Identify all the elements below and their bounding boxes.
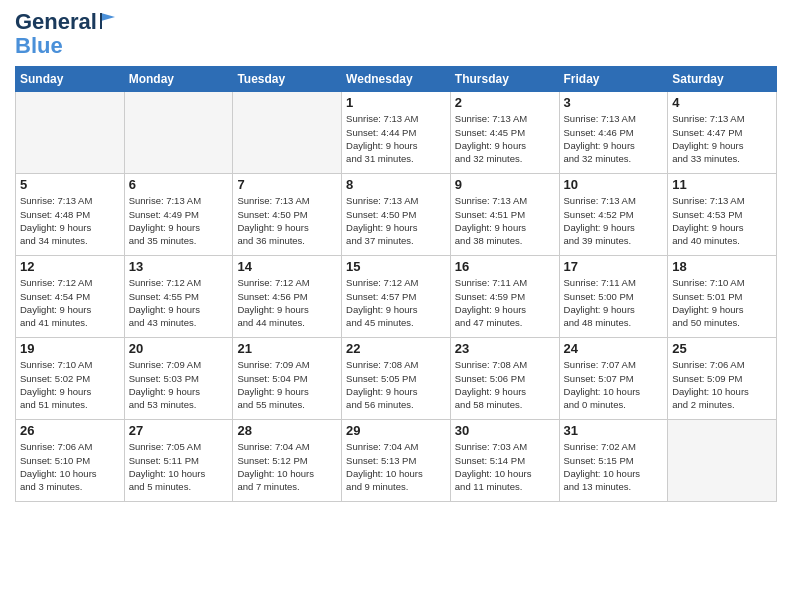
day-number: 28 xyxy=(237,423,337,438)
weekday-header-monday: Monday xyxy=(124,67,233,92)
calendar-cell: 9Sunrise: 7:13 AMSunset: 4:51 PMDaylight… xyxy=(450,174,559,256)
calendar-cell: 28Sunrise: 7:04 AMSunset: 5:12 PMDayligh… xyxy=(233,420,342,502)
day-info: Sunrise: 7:13 AMSunset: 4:48 PMDaylight:… xyxy=(20,194,120,247)
day-info: Sunrise: 7:09 AMSunset: 5:03 PMDaylight:… xyxy=(129,358,229,411)
calendar-cell: 10Sunrise: 7:13 AMSunset: 4:52 PMDayligh… xyxy=(559,174,668,256)
calendar-cell: 26Sunrise: 7:06 AMSunset: 5:10 PMDayligh… xyxy=(16,420,125,502)
calendar-cell: 29Sunrise: 7:04 AMSunset: 5:13 PMDayligh… xyxy=(342,420,451,502)
weekday-header-wednesday: Wednesday xyxy=(342,67,451,92)
day-number: 13 xyxy=(129,259,229,274)
logo-flag-icon xyxy=(99,11,117,29)
calendar-cell: 13Sunrise: 7:12 AMSunset: 4:55 PMDayligh… xyxy=(124,256,233,338)
day-info: Sunrise: 7:06 AMSunset: 5:09 PMDaylight:… xyxy=(672,358,772,411)
day-number: 16 xyxy=(455,259,555,274)
day-info: Sunrise: 7:13 AMSunset: 4:49 PMDaylight:… xyxy=(129,194,229,247)
calendar-cell: 1Sunrise: 7:13 AMSunset: 4:44 PMDaylight… xyxy=(342,92,451,174)
calendar-cell xyxy=(233,92,342,174)
week-row-2: 5Sunrise: 7:13 AMSunset: 4:48 PMDaylight… xyxy=(16,174,777,256)
day-info: Sunrise: 7:13 AMSunset: 4:47 PMDaylight:… xyxy=(672,112,772,165)
day-info: Sunrise: 7:12 AMSunset: 4:55 PMDaylight:… xyxy=(129,276,229,329)
day-info: Sunrise: 7:04 AMSunset: 5:12 PMDaylight:… xyxy=(237,440,337,493)
calendar-cell: 20Sunrise: 7:09 AMSunset: 5:03 PMDayligh… xyxy=(124,338,233,420)
week-row-5: 26Sunrise: 7:06 AMSunset: 5:10 PMDayligh… xyxy=(16,420,777,502)
calendar-cell: 14Sunrise: 7:12 AMSunset: 4:56 PMDayligh… xyxy=(233,256,342,338)
logo-text-blue: Blue xyxy=(15,34,117,58)
day-number: 10 xyxy=(564,177,664,192)
day-number: 29 xyxy=(346,423,446,438)
day-info: Sunrise: 7:03 AMSunset: 5:14 PMDaylight:… xyxy=(455,440,555,493)
day-info: Sunrise: 7:11 AMSunset: 4:59 PMDaylight:… xyxy=(455,276,555,329)
calendar-cell: 19Sunrise: 7:10 AMSunset: 5:02 PMDayligh… xyxy=(16,338,125,420)
day-info: Sunrise: 7:13 AMSunset: 4:45 PMDaylight:… xyxy=(455,112,555,165)
day-info: Sunrise: 7:13 AMSunset: 4:52 PMDaylight:… xyxy=(564,194,664,247)
day-number: 3 xyxy=(564,95,664,110)
day-info: Sunrise: 7:13 AMSunset: 4:46 PMDaylight:… xyxy=(564,112,664,165)
day-info: Sunrise: 7:13 AMSunset: 4:50 PMDaylight:… xyxy=(346,194,446,247)
calendar-cell: 2Sunrise: 7:13 AMSunset: 4:45 PMDaylight… xyxy=(450,92,559,174)
day-number: 20 xyxy=(129,341,229,356)
day-info: Sunrise: 7:08 AMSunset: 5:05 PMDaylight:… xyxy=(346,358,446,411)
calendar-cell: 15Sunrise: 7:12 AMSunset: 4:57 PMDayligh… xyxy=(342,256,451,338)
day-number: 8 xyxy=(346,177,446,192)
day-info: Sunrise: 7:04 AMSunset: 5:13 PMDaylight:… xyxy=(346,440,446,493)
day-number: 31 xyxy=(564,423,664,438)
page-container: General Blue SundayMondayTuesdayWednesda… xyxy=(0,0,792,612)
day-info: Sunrise: 7:10 AMSunset: 5:01 PMDaylight:… xyxy=(672,276,772,329)
day-info: Sunrise: 7:07 AMSunset: 5:07 PMDaylight:… xyxy=(564,358,664,411)
day-info: Sunrise: 7:12 AMSunset: 4:56 PMDaylight:… xyxy=(237,276,337,329)
weekday-header-saturday: Saturday xyxy=(668,67,777,92)
calendar-cell: 25Sunrise: 7:06 AMSunset: 5:09 PMDayligh… xyxy=(668,338,777,420)
day-number: 11 xyxy=(672,177,772,192)
day-number: 6 xyxy=(129,177,229,192)
calendar-cell: 8Sunrise: 7:13 AMSunset: 4:50 PMDaylight… xyxy=(342,174,451,256)
day-number: 24 xyxy=(564,341,664,356)
day-info: Sunrise: 7:13 AMSunset: 4:44 PMDaylight:… xyxy=(346,112,446,165)
week-row-1: 1Sunrise: 7:13 AMSunset: 4:44 PMDaylight… xyxy=(16,92,777,174)
weekday-header-thursday: Thursday xyxy=(450,67,559,92)
calendar-cell: 5Sunrise: 7:13 AMSunset: 4:48 PMDaylight… xyxy=(16,174,125,256)
day-info: Sunrise: 7:08 AMSunset: 5:06 PMDaylight:… xyxy=(455,358,555,411)
calendar-table: SundayMondayTuesdayWednesdayThursdayFrid… xyxy=(15,66,777,502)
calendar-cell xyxy=(16,92,125,174)
weekday-header-row: SundayMondayTuesdayWednesdayThursdayFrid… xyxy=(16,67,777,92)
day-number: 26 xyxy=(20,423,120,438)
day-number: 21 xyxy=(237,341,337,356)
calendar-cell: 7Sunrise: 7:13 AMSunset: 4:50 PMDaylight… xyxy=(233,174,342,256)
svg-marker-0 xyxy=(101,13,115,21)
day-info: Sunrise: 7:13 AMSunset: 4:50 PMDaylight:… xyxy=(237,194,337,247)
day-number: 23 xyxy=(455,341,555,356)
day-info: Sunrise: 7:02 AMSunset: 5:15 PMDaylight:… xyxy=(564,440,664,493)
day-number: 19 xyxy=(20,341,120,356)
day-info: Sunrise: 7:09 AMSunset: 5:04 PMDaylight:… xyxy=(237,358,337,411)
calendar-cell: 21Sunrise: 7:09 AMSunset: 5:04 PMDayligh… xyxy=(233,338,342,420)
day-info: Sunrise: 7:13 AMSunset: 4:53 PMDaylight:… xyxy=(672,194,772,247)
day-number: 17 xyxy=(564,259,664,274)
header: General Blue xyxy=(15,10,777,58)
logo-text-general: General xyxy=(15,10,97,34)
day-info: Sunrise: 7:06 AMSunset: 5:10 PMDaylight:… xyxy=(20,440,120,493)
calendar-cell: 23Sunrise: 7:08 AMSunset: 5:06 PMDayligh… xyxy=(450,338,559,420)
calendar-cell: 30Sunrise: 7:03 AMSunset: 5:14 PMDayligh… xyxy=(450,420,559,502)
calendar-cell: 17Sunrise: 7:11 AMSunset: 5:00 PMDayligh… xyxy=(559,256,668,338)
calendar-cell: 27Sunrise: 7:05 AMSunset: 5:11 PMDayligh… xyxy=(124,420,233,502)
calendar-cell: 16Sunrise: 7:11 AMSunset: 4:59 PMDayligh… xyxy=(450,256,559,338)
calendar-cell xyxy=(124,92,233,174)
day-number: 2 xyxy=(455,95,555,110)
calendar-cell: 4Sunrise: 7:13 AMSunset: 4:47 PMDaylight… xyxy=(668,92,777,174)
day-info: Sunrise: 7:10 AMSunset: 5:02 PMDaylight:… xyxy=(20,358,120,411)
day-info: Sunrise: 7:05 AMSunset: 5:11 PMDaylight:… xyxy=(129,440,229,493)
day-number: 5 xyxy=(20,177,120,192)
week-row-4: 19Sunrise: 7:10 AMSunset: 5:02 PMDayligh… xyxy=(16,338,777,420)
day-number: 12 xyxy=(20,259,120,274)
calendar-cell xyxy=(668,420,777,502)
day-number: 27 xyxy=(129,423,229,438)
day-number: 1 xyxy=(346,95,446,110)
logo: General Blue xyxy=(15,10,117,58)
weekday-header-sunday: Sunday xyxy=(16,67,125,92)
day-number: 30 xyxy=(455,423,555,438)
calendar-cell: 18Sunrise: 7:10 AMSunset: 5:01 PMDayligh… xyxy=(668,256,777,338)
week-row-3: 12Sunrise: 7:12 AMSunset: 4:54 PMDayligh… xyxy=(16,256,777,338)
calendar-cell: 22Sunrise: 7:08 AMSunset: 5:05 PMDayligh… xyxy=(342,338,451,420)
calendar-cell: 11Sunrise: 7:13 AMSunset: 4:53 PMDayligh… xyxy=(668,174,777,256)
calendar-cell: 3Sunrise: 7:13 AMSunset: 4:46 PMDaylight… xyxy=(559,92,668,174)
